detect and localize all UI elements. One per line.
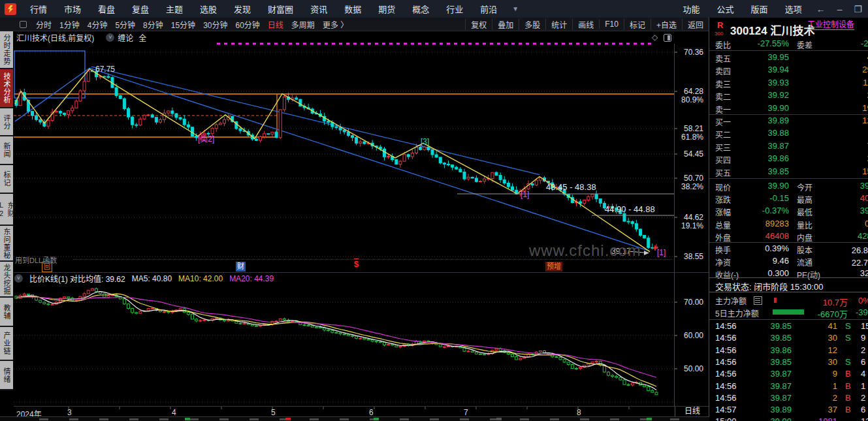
detail-label: 涨跌 (715, 194, 731, 205)
indicator-value: MA5: 40.80 (132, 274, 172, 283)
trade-time: 14:56 (715, 357, 737, 367)
event-badge-yuzeng[interactable]: 预增 (545, 262, 562, 272)
divider (14, 406, 709, 407)
orderbook-volume: 114 (820, 78, 868, 87)
zhuli5-value: -6670万 (801, 307, 848, 320)
time-axis-label: 6 (369, 408, 374, 417)
list-icon[interactable] (754, 296, 762, 305)
trade-time: 15:00 (715, 416, 737, 421)
detail-value: 39.90 (743, 181, 789, 191)
fib-label: 80.9% (681, 95, 703, 104)
orderbook-price: 39.88 (743, 128, 789, 138)
detail-label: 最低 (797, 206, 812, 217)
trade-price: 39.86 (748, 345, 792, 355)
board-300-label: 300 (715, 31, 723, 37)
weicha-value: -289 (837, 39, 868, 48)
orderbook-level-label: 买二 (715, 129, 731, 140)
trade-time: 14:56 (715, 345, 737, 355)
trade-volume: 1081 (801, 416, 837, 421)
trade-side: B (845, 369, 851, 379)
zhuli5-pct: -39% (856, 307, 868, 317)
trade-side: B (845, 393, 851, 403)
orderbook-volume: 195 (820, 103, 868, 113)
trade-count: 9 (861, 333, 865, 343)
trade-count: 6 (861, 357, 865, 367)
trade-count: 2 (861, 393, 865, 403)
detail-value: 0.39% (743, 243, 789, 253)
trade-side: B (845, 405, 851, 414)
indicator-value: MA20: 44.39 (229, 274, 274, 283)
fib-label: 38.2% (681, 182, 703, 191)
detail-label: 内盘 (797, 232, 812, 243)
detail-value: 46408 (743, 231, 789, 241)
event-badge-cai[interactable]: 财 (236, 262, 246, 272)
orderbook-volume: 23 (820, 153, 868, 163)
zhuli-value: 10.7万 (801, 296, 848, 308)
orderbook-level-label: 买四 (715, 154, 731, 165)
detail-label: 涨幅 (715, 206, 731, 217)
weibi-label: 委比 (715, 39, 731, 50)
axis-border (674, 44, 675, 407)
trade-volume: 9 (801, 369, 837, 379)
zhuli5-label: 5日主力净额 (715, 307, 759, 319)
divider (709, 242, 868, 243)
orderbook-volume: 2 (820, 128, 868, 138)
divider (709, 277, 868, 278)
detail-label: 股本 (797, 244, 812, 255)
trade-time: 14:56 (715, 369, 737, 379)
detail-label: 净资 (715, 257, 731, 268)
trade-time: 14:56 (715, 333, 737, 343)
orderbook-level-label: 卖四 (715, 65, 731, 76)
axis-label: 50.70 (684, 174, 703, 183)
chevron-down-icon[interactable]: ˅ (14, 274, 23, 283)
divider (709, 292, 868, 292)
trade-price: 39.90 (748, 416, 792, 421)
annotation: 67.75 (95, 65, 115, 74)
orderbook-level-label: 卖三 (715, 78, 731, 89)
detail-label: 量比 (797, 219, 812, 230)
orderbook-price: 39.90 (743, 103, 789, 113)
axis-label: 54.45 (684, 149, 703, 159)
zhuli-label: 主力净额 (715, 295, 747, 306)
trade-time: 14:56 (715, 381, 737, 391)
orderbook-price: 39.89 (743, 116, 789, 125)
orderbook-price: 39.92 (743, 90, 789, 100)
event-badge-hui[interactable]: 回 (42, 262, 52, 272)
detail-value: 0.7 (827, 219, 868, 228)
trade-side: B (845, 381, 851, 391)
trade-price: 39.85 (748, 333, 792, 343)
time-axis-label: 4 (172, 408, 176, 417)
trade-status: 交易状态: 闭市阶段 15:30:00 (715, 280, 823, 292)
fib-label: 19.1% (681, 221, 703, 230)
indicator-value: MA10: 42.00 (178, 274, 223, 283)
divider (14, 272, 709, 273)
trade-side: S (845, 333, 851, 343)
orderbook-level-label: 买一 (715, 116, 731, 127)
orderbook-price: 39.95 (743, 52, 789, 62)
trade-volume: 1 (801, 381, 837, 391)
divider (709, 50, 868, 51)
orderbook-price: 39.94 (743, 65, 789, 74)
axis-label: 60.00 (684, 331, 703, 340)
trade-count: 4 (861, 369, 865, 379)
trade-volume: 12 (801, 345, 837, 355)
trade-price: 39.85 (748, 321, 792, 331)
orderbook-level-label: 卖五 (715, 53, 731, 64)
sub-indicator-header: ˅ 比价K线(1) 对比均值: 39.62MA5: 40.80MA10: 42.… (14, 273, 280, 284)
detail-label: 流通 (797, 257, 812, 268)
indicator-value: 比价K线(1) 对比均值: 39.62 (29, 273, 125, 284)
trade-price: 39.87 (748, 381, 792, 391)
event-badge-dollar[interactable]: $ (354, 260, 359, 268)
detail-value: -0.15 (743, 193, 789, 203)
orderbook-level-label: 卖一 (715, 104, 731, 115)
trade-time: 14:56 (715, 393, 737, 403)
orderbook-level-label: 买五 (715, 167, 731, 178)
trade-time: 14:56 (715, 321, 737, 331)
trade-volume: 30 (801, 357, 837, 367)
trade-price: 39.87 (748, 393, 792, 403)
annotation: [类2] (198, 133, 214, 144)
detail-value: 9.46 (743, 256, 789, 266)
trade-count: 15 (861, 321, 868, 331)
trade-count: 137 (861, 416, 868, 421)
industry-tag: 工业控制设备 (807, 18, 854, 30)
